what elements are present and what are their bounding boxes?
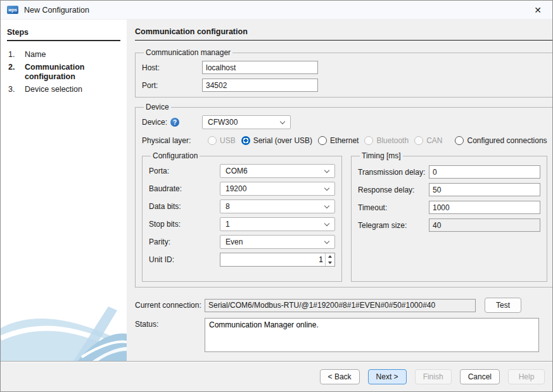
spin-down-icon[interactable] — [326, 260, 334, 266]
parity-label: Parity: — [149, 237, 220, 246]
response-delay-label: Response delay: — [358, 186, 429, 194]
chevron-down-icon — [324, 221, 329, 226]
unit-id-stepper[interactable] — [220, 253, 335, 267]
wizard-button-bar: < Back Next > Finish Cancel Help — [1, 361, 552, 391]
device-group: Device Device: ? CFW300 Physical layer: — [135, 103, 553, 288]
telegram-size-input — [429, 218, 540, 232]
chevron-down-icon — [324, 186, 329, 191]
radio-button-icon — [364, 136, 373, 145]
stop-bits-label: Stop bits: — [149, 220, 220, 229]
radio-serial-over-usb[interactable]: Serial (over USB) — [241, 136, 312, 145]
radio-button-icon — [208, 136, 217, 145]
transmission-delay-label: Transmission delay: — [358, 168, 429, 177]
new-configuration-dialog: wps New Configuration ✕ Steps 1. Name 2.… — [0, 0, 553, 392]
current-connection-label: Current connection: — [135, 301, 205, 310]
physical-layer-label: Physical layer: — [142, 136, 202, 145]
host-label: Host: — [142, 63, 202, 72]
device-select[interactable]: CFW300 — [202, 115, 291, 129]
title-bar: wps New Configuration ✕ — [1, 1, 552, 20]
device-select-value: CFW300 — [208, 118, 238, 127]
chevron-down-icon — [280, 119, 285, 124]
porta-select-value: COM6 — [226, 167, 248, 175]
decorative-swoosh — [1, 300, 127, 361]
step-item-name: 1. Name — [1, 49, 127, 61]
next-button[interactable]: Next > — [368, 369, 407, 384]
timeout-input[interactable] — [429, 201, 540, 214]
close-icon[interactable]: ✕ — [523, 1, 552, 19]
communication-manager-legend: Communication manager — [144, 48, 232, 57]
unit-id-input[interactable] — [220, 253, 325, 266]
step-number: 1. — [8, 50, 25, 60]
porta-label: Porta: — [149, 167, 220, 175]
response-delay-input[interactable] — [429, 183, 540, 196]
steps-list: 1. Name 2. Communication configuration 3… — [1, 49, 127, 96]
radio-button-icon — [455, 136, 464, 145]
step-label: Device selection — [25, 85, 82, 95]
device-label: Device: — [142, 118, 167, 127]
step-label: Name — [25, 50, 46, 60]
step-item-device-selection: 3. Device selection — [1, 84, 127, 96]
steps-heading: Steps — [7, 28, 120, 41]
data-bits-select[interactable]: 8 — [220, 199, 335, 213]
parity-select[interactable]: Even — [220, 235, 335, 249]
current-connection-field — [205, 299, 476, 312]
steps-sidebar: Steps 1. Name 2. Communication configura… — [1, 20, 127, 361]
chevron-down-icon — [324, 239, 329, 244]
help-button: Help — [508, 369, 545, 384]
communication-manager-group: Communication manager Host: Port: — [135, 48, 553, 98]
stop-bits-select-value: 1 — [226, 220, 230, 229]
timing-group: Timing [ms] Transmission delay: Response… — [351, 151, 547, 282]
back-button[interactable]: < Back — [320, 369, 360, 384]
transmission-delay-input[interactable] — [429, 165, 540, 179]
cancel-button[interactable]: Cancel — [460, 369, 500, 384]
baudrate-select[interactable]: 19200 — [220, 182, 335, 196]
window-title: New Configuration — [24, 6, 89, 15]
timeout-label: Timeout: — [358, 203, 429, 212]
porta-select[interactable]: COM6 — [220, 164, 335, 178]
spin-up-icon[interactable] — [326, 253, 334, 260]
timing-legend: Timing [ms] — [360, 151, 403, 160]
app-icon: wps — [7, 6, 18, 14]
port-label: Port: — [142, 81, 202, 90]
radio-button-icon — [318, 136, 327, 145]
page-title: Communication configuration — [135, 25, 553, 41]
data-bits-label: Data bits: — [149, 202, 220, 211]
step-number: 2. — [8, 63, 25, 82]
status-textarea[interactable]: Communication Manager online. — [205, 318, 539, 352]
finish-button: Finish — [415, 369, 452, 384]
help-icon[interactable]: ? — [170, 118, 179, 127]
step-label: Communication configuration — [25, 63, 122, 82]
radio-ethernet[interactable]: Ethernet — [318, 136, 359, 145]
parity-select-value: Even — [226, 237, 243, 246]
radio-can: CAN — [414, 136, 442, 145]
device-legend: Device — [144, 103, 171, 111]
baudrate-select-value: 19200 — [226, 184, 246, 193]
radio-button-icon — [414, 136, 423, 145]
chevron-down-icon — [324, 203, 329, 208]
radio-bluetooth: Bluetooth — [364, 136, 409, 145]
step-item-communication-configuration: 2. Communication configuration — [1, 61, 127, 84]
baudrate-label: Baudrate: — [149, 184, 220, 193]
data-bits-select-value: 8 — [226, 202, 230, 211]
step-number: 3. — [8, 85, 25, 95]
telegram-size-label: Telegram size: — [358, 221, 429, 230]
status-label: Status: — [135, 318, 205, 329]
stop-bits-select[interactable]: 1 — [220, 217, 335, 231]
chevron-down-icon — [324, 168, 329, 173]
radio-button-selected-icon — [241, 136, 250, 145]
configuration-group: Configuration Porta: COM6 Baudrate: 192 — [142, 151, 342, 282]
radio-configured-connections[interactable]: Configured connections — [455, 136, 547, 145]
radio-usb: USB — [208, 136, 236, 145]
communication-configuration-panel: Communication configuration Communicatio… — [127, 20, 553, 361]
unit-id-label: Unit ID: — [149, 255, 220, 264]
configuration-legend: Configuration — [151, 151, 200, 160]
host-input[interactable] — [202, 61, 318, 74]
port-input[interactable] — [202, 79, 318, 92]
test-button[interactable]: Test — [485, 298, 521, 313]
